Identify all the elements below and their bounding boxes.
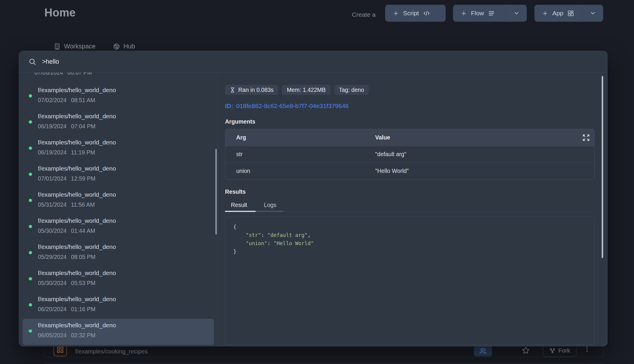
success-dot-icon: [29, 251, 32, 254]
tab-result[interactable]: Result: [231, 202, 247, 211]
run-path: f/examples/hello_world_deno: [38, 191, 116, 198]
run-path: f/examples/hello_world_deno: [38, 86, 116, 94]
git-fork-icon: [549, 348, 556, 354]
run-list-item[interactable]: f/examples/hello_world_deno06/20/202401:…: [23, 293, 214, 319]
results-tabbar: Result Logs: [225, 202, 595, 212]
run-path: f/examples/hello_world_deno: [38, 321, 116, 329]
arguments-table-header-row: Arg Value: [225, 129, 594, 146]
run-path: f/examples/hello_world_deno: [38, 295, 116, 303]
tab-workspace[interactable]: Workspace: [54, 43, 95, 50]
run-path: f/examples/hello_world_deno: [38, 269, 116, 277]
plus-icon: [393, 10, 399, 16]
create-flow-button-main[interactable]: Flow: [453, 5, 506, 22]
run-list-item[interactable]: f/examples/hello_world_deno07/01/202412:…: [23, 162, 214, 188]
success-dot-icon: [29, 146, 32, 150]
argument-cell: str: [225, 146, 364, 163]
arguments-title: Arguments: [225, 118, 595, 125]
users-icon: [479, 348, 487, 355]
run-list-item[interactable]: f/examples/hello_world_deno06/19/202411:…: [23, 136, 214, 162]
search-bar: [19, 51, 607, 73]
run-path: f/examples/hello_world_deno: [38, 217, 116, 225]
success-dot-icon: [29, 120, 32, 124]
item-path-cooking-recipes: f/examples/cooking_recipes: [75, 348, 148, 355]
tab-logs[interactable]: Logs: [264, 202, 276, 211]
usage-badge[interactable]: [474, 346, 492, 356]
run-id-link[interactable]: ID:018fe862-8c62-65e8-b7f7-04e31f379646: [225, 102, 595, 109]
run-datetime: 06/20/202401:16 PM: [38, 305, 95, 313]
run-list-item[interactable]: f/examples/hello_world_deno06/05/202402:…: [23, 319, 214, 345]
create-script-button-main[interactable]: Script: [385, 5, 438, 22]
expand-icon[interactable]: [582, 134, 590, 141]
memory-badge: Mem: 1.422MB: [282, 85, 330, 95]
result-json-viewer: { "str": "default arg", "union": "Hello …: [225, 217, 595, 345]
create-app-button-main[interactable]: App: [534, 5, 582, 22]
search-icon: [28, 58, 36, 65]
argument-row: str"default arg": [225, 146, 594, 163]
success-dot-icon: [29, 277, 32, 280]
duration-badge: Ran in 0.083s: [225, 85, 278, 95]
create-flow-label: Flow: [471, 10, 484, 17]
run-datetime: 05/29/202408:05 PM: [38, 253, 95, 261]
create-app-label: App: [552, 10, 563, 17]
hourglass-icon: [230, 87, 235, 93]
run-list-item[interactable]: f/examples/hello_world_deno05/30/202405:…: [23, 267, 214, 293]
argument-cell: union: [225, 163, 364, 179]
run-time: 06:07 PM: [68, 73, 92, 76]
code-line: "str": "default arg",: [233, 231, 594, 239]
run-list-item[interactable]: f/examples/hello_world_deno07/02/202408:…: [23, 84, 214, 110]
argument-cell: "Hello World": [364, 163, 594, 179]
create-script-label: Script: [403, 10, 419, 17]
inactive-tab-indicator: [256, 211, 283, 212]
run-path: f/examples/hello_world_deno: [38, 112, 116, 120]
run-list-item[interactable]: f/examples/hello_world_deno05/31/202411:…: [23, 188, 214, 214]
tab-hub[interactable]: Hub: [113, 43, 135, 50]
arg-column-header: Arg: [225, 129, 364, 146]
run-list-item[interactable]: f/examples/hello_world_deno05/29/202408:…: [23, 240, 214, 267]
run-datetime: 05/30/202401:44 AM: [38, 227, 95, 235]
run-path: f/examples/hello_world_deno: [38, 139, 116, 146]
create-app-dropdown[interactable]: [582, 5, 603, 22]
code-line: {: [233, 223, 594, 231]
run-datetime: 07/01/202412:59 PM: [38, 175, 95, 182]
create-flow-button[interactable]: Flow: [453, 5, 527, 22]
run-list-item[interactable]: f/examples/hello_world_deno05/30/202401:…: [23, 214, 214, 240]
run-item-clipped[interactable]: 07/06/202406:07 PM: [19, 73, 217, 84]
run-details-pane: Ran in 0.083s Mem: 1.422MB Tag: deno ID:…: [218, 73, 607, 346]
run-datetime: 07/02/202408:51 AM: [38, 96, 95, 104]
create-flow-dropdown[interactable]: [506, 5, 527, 22]
runs-list-scrollbar[interactable]: [215, 149, 217, 235]
runs-list: f/examples/hello_world_deno07/02/202408:…: [19, 84, 217, 345]
success-dot-icon: [29, 173, 32, 176]
run-datetime: 06/19/202407:04 PM: [38, 122, 95, 130]
chevron-down-icon: [590, 10, 596, 16]
command-palette-modal: 07/06/202406:07 PM f/examples/hello_worl…: [19, 51, 608, 346]
code-line: "union": "Hello World": [233, 239, 594, 247]
create-a-label: Create a: [352, 11, 376, 18]
page-title: Home: [44, 6, 76, 19]
results-title: Results: [225, 188, 595, 195]
run-list-item[interactable]: f/examples/hello_world_deno06/19/202407:…: [23, 110, 214, 136]
create-script-button[interactable]: Script: [385, 5, 446, 22]
run-id-value: 018fe862-8c62-65e8-b7f7-04e31f379646: [236, 102, 349, 109]
success-dot-icon: [29, 225, 32, 228]
value-column-header: Value: [364, 129, 594, 146]
run-id-label: ID:: [225, 102, 233, 109]
run-datetime: 06/05/202402:32 PM: [38, 331, 95, 339]
modal-body: 07/06/202406:07 PM f/examples/hello_worl…: [19, 73, 607, 346]
success-dot-icon: [29, 303, 32, 306]
details-scrollbar[interactable]: [602, 76, 603, 258]
plus-icon: [461, 10, 467, 16]
create-app-button[interactable]: App: [534, 5, 603, 22]
search-input[interactable]: [42, 58, 607, 65]
chevron-down-icon: [513, 10, 520, 16]
globe-icon: [113, 43, 120, 50]
fork-button-label: Fork: [558, 347, 570, 354]
row-divider: [44, 357, 603, 357]
favorite-star-button[interactable]: [522, 346, 530, 354]
kebab-menu-icon[interactable]: [583, 346, 591, 353]
argument-row: union"Hello World": [225, 163, 594, 179]
tab-workspace-label: Workspace: [64, 43, 95, 50]
row-divider: [44, 363, 603, 364]
argument-cell: "default arg": [364, 146, 594, 163]
tab-hub-label: Hub: [123, 43, 135, 50]
